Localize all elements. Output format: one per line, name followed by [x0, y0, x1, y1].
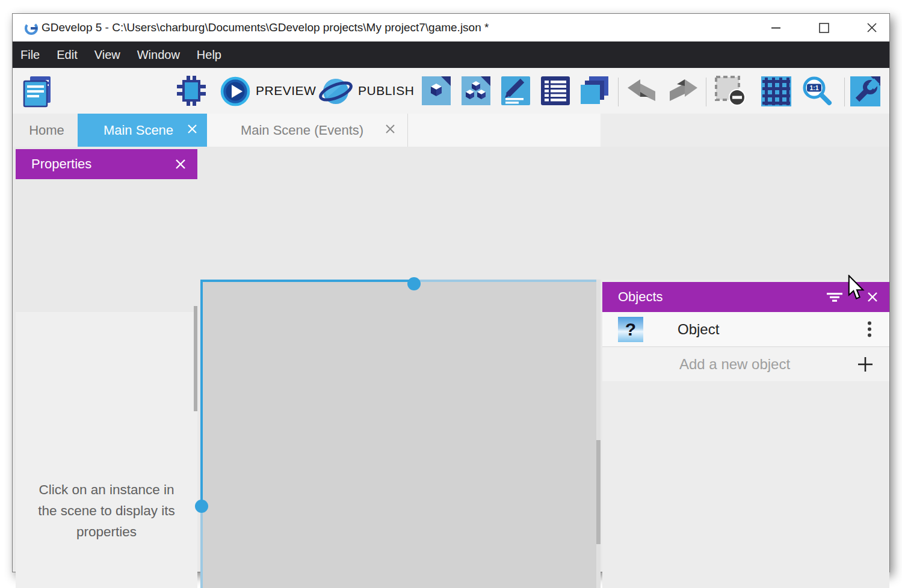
preview-button[interactable]: PREVIEW [256, 68, 316, 114]
canvas-scrollbar-track[interactable] [596, 280, 601, 588]
objects-panel: Objects ? Object [602, 280, 889, 588]
menu-file[interactable]: File [20, 48, 40, 62]
resize-handle-top[interactable] [407, 277, 421, 290]
edit-events-icon[interactable] [541, 76, 570, 108]
properties-panel-header: Properties [16, 149, 197, 179]
zoom-original-icon[interactable]: 1:1 [801, 75, 835, 109]
plus-icon[interactable] [857, 356, 874, 373]
filter-icon[interactable] [827, 293, 842, 302]
canvas-scrollbar-thumb[interactable] [596, 440, 601, 544]
mouse-cursor [848, 275, 866, 304]
selection-left-line-pale [200, 504, 203, 588]
redo-icon[interactable] [667, 79, 699, 105]
menu-view[interactable]: View [94, 48, 120, 62]
close-properties-icon[interactable] [175, 158, 187, 170]
properties-empty-message: Click on an instance in the scene to dis… [16, 479, 197, 542]
close-tab-icon[interactable] [385, 124, 395, 136]
selection-left-line [200, 280, 203, 504]
tab-main-scene[interactable]: Main Scene [78, 114, 207, 147]
add-object-label: Add a new object [679, 356, 857, 373]
close-window-button[interactable] [858, 14, 886, 41]
layers-icon[interactable] [579, 76, 610, 108]
menu-bar: File Edit View Window Help [13, 41, 889, 68]
close-tab-icon[interactable] [187, 124, 197, 136]
publish-button[interactable]: PUBLISH [358, 68, 414, 114]
toolbar-separator [844, 78, 845, 106]
screenshot-page: GDevelop 5 - C:\Users\charburg\Documents… [0, 0, 902, 588]
menu-window[interactable]: Window [137, 48, 180, 62]
menu-help[interactable]: Help [197, 48, 221, 62]
debug-icon[interactable] [176, 75, 206, 109]
preview-icon[interactable] [220, 76, 250, 109]
edit-objects-icon[interactable] [462, 76, 490, 108]
project-manager-icon[interactable] [22, 74, 53, 110]
scene-tools-icon[interactable] [850, 75, 880, 109]
toolbar-separator [618, 78, 619, 106]
toolbar: PREVIEW PUBLISH [13, 68, 889, 114]
svg-text:1:1: 1:1 [809, 84, 818, 91]
title-bar[interactable]: GDevelop 5 - C:\Users\charburg\Documents… [13, 14, 889, 41]
toolbar-separator [706, 78, 706, 106]
tab-home[interactable]: Home [16, 114, 78, 147]
object-list-item[interactable]: ? Object [602, 312, 889, 347]
edit-properties-icon[interactable] [501, 76, 530, 108]
tab-main-scene-events[interactable]: Main Scene (Events) [207, 114, 408, 147]
menu-edit[interactable]: Edit [57, 48, 77, 62]
toggle-mask-icon[interactable] [714, 75, 747, 109]
object-menu-kebab-icon[interactable] [868, 321, 871, 337]
properties-scrollbar[interactable] [194, 306, 197, 411]
close-objects-icon[interactable] [866, 291, 879, 303]
object-thumbnail-icon: ? [618, 317, 643, 342]
window-title: GDevelop 5 - C:\Users\charburg\Documents… [42, 14, 489, 41]
objects-panel-header: Objects [602, 282, 889, 312]
undo-icon[interactable] [626, 79, 658, 105]
tab-bar: Home Main Scene Main Scene (Events) [13, 114, 889, 147]
tabbar-background [396, 114, 601, 147]
properties-panel-body: Click on an instance in the scene to dis… [16, 312, 197, 588]
publish-icon[interactable] [318, 75, 353, 110]
properties-panel-title: Properties [31, 156, 175, 172]
selection-top-line [200, 280, 414, 282]
gdevelop-logo-icon [23, 20, 39, 38]
object-name: Object [678, 321, 868, 338]
editor-content: Properties Click on an instance in the s… [13, 147, 889, 572]
toggle-grid-icon[interactable] [761, 76, 791, 109]
resize-handle-left[interactable] [195, 500, 208, 513]
add-object-row[interactable]: Add a new object [602, 348, 889, 381]
edit-scene-icon[interactable] [422, 76, 451, 108]
objects-panel-title: Objects [618, 289, 827, 305]
app-window: GDevelop 5 - C:\Users\charburg\Documents… [12, 13, 890, 572]
selection-top-line-pale [414, 280, 601, 282]
minimize-button[interactable] [762, 14, 789, 41]
maximize-button[interactable] [810, 14, 838, 41]
scene-canvas[interactable]: 829;223 [200, 280, 601, 588]
